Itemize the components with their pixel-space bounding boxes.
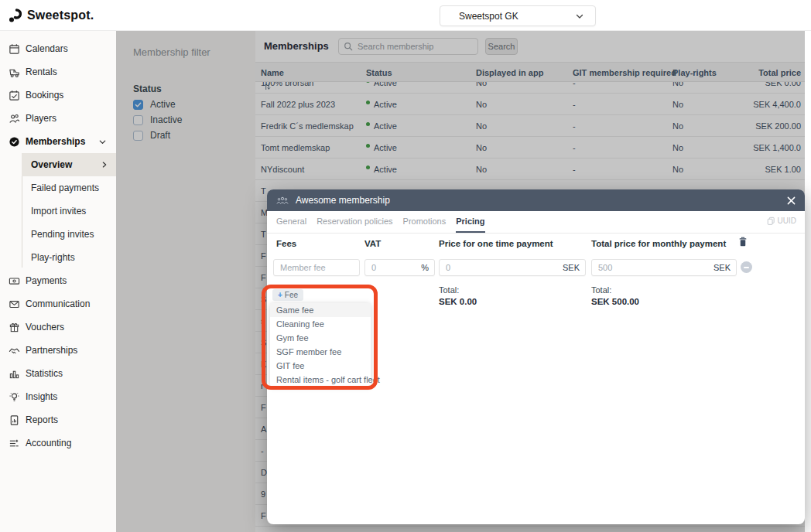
sidebar-item-payments[interactable]: Payments: [0, 269, 116, 292]
logo-text: Sweetspot.: [27, 9, 94, 22]
sidebar-item-label: Communication: [26, 298, 90, 309]
logo: Sweetspot.: [8, 0, 94, 31]
col-monthly: Total price for monthly payment: [591, 239, 726, 248]
one-time-total: Total: SEK 0.00: [439, 285, 477, 306]
fee-type-dropdown: Game fee Cleaning fee Gym fee SGF member…: [270, 303, 371, 387]
sidebar-item-label: Calendars: [26, 43, 68, 54]
fee-option-game-fee[interactable]: Game fee: [270, 303, 371, 317]
vat-input-box[interactable]: %: [364, 259, 435, 276]
app-root: Sweetspot. Sweetspot GK Calendars Rental…: [0, 0, 811, 532]
lightbulb-icon: [8, 390, 20, 403]
plus-icon: +: [278, 291, 282, 299]
percent-suffix: %: [421, 263, 434, 272]
monthly-price-input-box[interactable]: SEK: [591, 259, 737, 276]
chevron-down-icon: [98, 138, 107, 146]
users-group-icon: [276, 196, 289, 206]
modal-title: Awesome membership: [296, 195, 390, 206]
monthly-price-input[interactable]: [592, 263, 713, 272]
membership-modal: Awesome membership General Reservation p…: [267, 189, 805, 524]
fee-name-input[interactable]: [274, 263, 359, 272]
report-document-icon: [8, 414, 20, 426]
add-fee-button[interactable]: + Fee: [272, 289, 303, 301]
total-value: SEK 0.00: [439, 297, 477, 306]
sidebar-item-accounting[interactable]: Accounting: [0, 431, 116, 455]
total-value: SEK 500.00: [591, 297, 639, 306]
fee-name-input-box[interactable]: [273, 259, 360, 276]
sidebar-subitem-label: Pending invites: [31, 229, 94, 240]
col-one-time: Price for one time payment: [439, 239, 553, 248]
sidebar-item-calendars[interactable]: Calendars: [0, 37, 116, 60]
tab-promotions[interactable]: Promotions: [403, 211, 447, 233]
uuid-label: UUID: [778, 217, 796, 225]
total-label: Total:: [591, 285, 639, 295]
sidebar-item-label: Memberships: [26, 136, 85, 147]
sidebar-subitem-overview[interactable]: Overview: [22, 153, 116, 176]
sidebar-subitem-play-rights[interactable]: Play-rights: [22, 246, 116, 269]
monthly-total: Total: SEK 500.00: [591, 285, 639, 306]
badge-check-icon: [8, 135, 20, 148]
sidebar-subitem-label: Failed payments: [31, 182, 99, 193]
sidebar-item-label: Vouchers: [26, 322, 64, 332]
sidebar-item-memberships[interactable]: Memberships: [0, 130, 116, 153]
pricing-column-headers: Fees VAT Price for one time payment Tota…: [267, 239, 805, 251]
sidebar-item-label: Players: [26, 113, 56, 124]
remove-fee-icon[interactable]: [741, 261, 752, 273]
uuid-button[interactable]: UUID: [767, 217, 796, 225]
sliders-icon: [8, 437, 20, 449]
chevron-right-icon: [101, 161, 108, 169]
gift-icon: [8, 321, 20, 333]
sidebar-item-bookings[interactable]: Bookings: [0, 84, 116, 107]
club-selector-dropdown[interactable]: Sweetspot GK: [440, 5, 596, 26]
sidebar-item-vouchers[interactable]: Vouchers: [0, 315, 116, 339]
copy-icon: [767, 217, 775, 225]
close-icon[interactable]: [787, 196, 796, 205]
sidebar-item-label: Rentals: [26, 66, 57, 77]
sweetspot-logo-icon: [8, 9, 22, 22]
sidebar-subitem-label: Import invites: [31, 206, 86, 217]
sidebar-item-insights[interactable]: Insights: [0, 385, 116, 408]
fee-option-git-fee[interactable]: GIT fee: [270, 359, 371, 373]
sidebar-item-statistics[interactable]: Statistics: [0, 362, 116, 385]
sidebar-item-players[interactable]: Players: [0, 107, 116, 130]
club-selector-value: Sweetspot GK: [459, 11, 575, 22]
sidebar-item-partnerships[interactable]: Partnerships: [0, 339, 116, 362]
fee-option-sgf-member-fee[interactable]: SGF member fee: [270, 345, 371, 359]
sidebar-subitem-label: Overview: [31, 159, 72, 170]
calendar-check-icon: [8, 89, 20, 101]
sidebar-item-label: Partnerships: [26, 345, 77, 356]
modal-header: Awesome membership: [267, 189, 805, 211]
vat-input[interactable]: [365, 263, 421, 272]
sidebar-item-reports[interactable]: Reports: [0, 408, 116, 431]
envelope-icon: [8, 298, 20, 310]
sidebar-item-label: Accounting: [26, 438, 71, 448]
sidebar-subitem-label: Play-rights: [31, 252, 75, 263]
total-label: Total:: [439, 285, 477, 295]
memberships-submenu: Overview Failed payments Import invites …: [0, 153, 116, 269]
topbar: Sweetspot. Sweetspot GK: [0, 0, 811, 31]
one-time-price-input[interactable]: [440, 263, 563, 272]
sidebar-subitem-failed-payments[interactable]: Failed payments: [22, 176, 116, 200]
one-time-price-input-box[interactable]: SEK: [439, 259, 586, 276]
sidebar: Calendars Rentals Bookings Players Membe…: [0, 31, 116, 532]
sidebar-item-communication[interactable]: Communication: [0, 292, 116, 315]
tab-reservation-policies[interactable]: Reservation policies: [317, 211, 392, 233]
sidebar-item-label: Statistics: [26, 368, 63, 379]
tab-pricing[interactable]: Pricing: [456, 211, 484, 233]
trash-icon[interactable]: [737, 236, 748, 247]
sidebar-item-label: Insights: [26, 391, 57, 402]
sidebar-subitem-import-invites[interactable]: Import invites: [22, 200, 116, 223]
fee-option-rental-items[interactable]: Rental items - golf cart fleet: [270, 373, 371, 387]
fee-row: % SEK SEK: [267, 259, 805, 276]
col-vat: VAT: [364, 239, 381, 248]
golf-cart-icon: [8, 66, 20, 78]
sek-suffix: SEK: [563, 263, 585, 272]
sidebar-item-rentals[interactable]: Rentals: [0, 60, 116, 84]
sidebar-subitem-pending-invites[interactable]: Pending invites: [22, 223, 116, 246]
tab-general[interactable]: General: [276, 211, 306, 233]
banknote-icon: [8, 275, 20, 287]
fee-option-cleaning-fee[interactable]: Cleaning fee: [270, 317, 371, 331]
fee-option-gym-fee[interactable]: Gym fee: [270, 331, 371, 345]
sidebar-item-label: Payments: [26, 275, 67, 286]
players-icon: [8, 112, 20, 124]
sek-suffix: SEK: [713, 263, 736, 272]
